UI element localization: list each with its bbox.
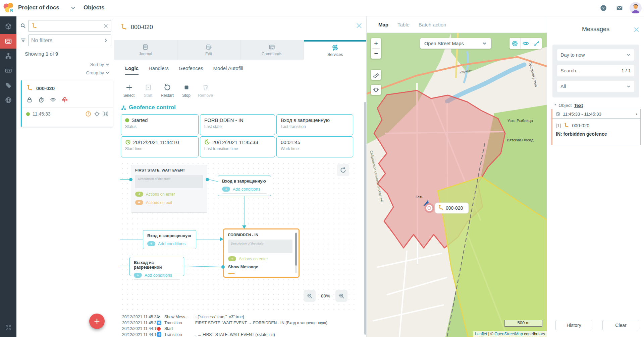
map-layer-select[interactable]: Open Street Maps — [420, 38, 491, 49]
add-action-exit-icon[interactable]: + — [135, 200, 143, 205]
close-icon[interactable] — [633, 26, 640, 33]
help-icon[interactable] — [600, 4, 607, 12]
trash-icon — [202, 84, 209, 91]
add-condition-icon[interactable]: + — [147, 241, 155, 246]
panel-scrollbar-thumb[interactable] — [364, 102, 366, 335]
chevron-right-icon[interactable] — [103, 38, 108, 43]
locate-icon[interactable] — [94, 111, 100, 117]
clear-button[interactable]: Clear — [602, 320, 639, 330]
add-condition-icon[interactable]: + — [222, 187, 230, 192]
state-first[interactable]: FIRST STATE. WAIT EVENT Description of t… — [131, 165, 207, 213]
add-condition-icon[interactable]: + — [134, 273, 142, 278]
app-logo[interactable] — [3, 2, 15, 14]
start-button[interactable]: Start — [139, 84, 158, 98]
period-select[interactable]: Day to now — [557, 49, 634, 61]
panel-title: 000-020 — [131, 24, 153, 31]
transition-icon — [157, 332, 161, 337]
state-description-placeholder[interactable]: Description of the state — [228, 240, 292, 253]
tab-services[interactable]: Services — [304, 40, 367, 60]
check-icon: ✔ — [157, 315, 161, 320]
subtab-model-autofill[interactable]: Model Autofill — [213, 65, 243, 75]
reset-view-button[interactable] — [337, 164, 349, 176]
select-button[interactable]: Select — [119, 84, 139, 98]
user-avatar[interactable] — [630, 2, 642, 14]
tab-table[interactable]: Table — [397, 22, 410, 27]
filters-placeholder: No filters — [31, 38, 52, 44]
scooter-icon — [120, 23, 128, 31]
diagram-zoom-in-button[interactable] — [335, 290, 347, 302]
state-description-placeholder[interactable]: Description of the state — [135, 175, 203, 188]
message-time-header[interactable]: 11:45:33 - 11:45:33 › — [552, 109, 640, 119]
locate-button[interactable] — [371, 85, 381, 95]
messages-search-input[interactable] — [560, 68, 614, 73]
tab-batch-action[interactable]: Batch action — [419, 22, 446, 27]
transition-bottom[interactable]: Выход из разрешенной +Add conditions — [129, 257, 184, 276]
add-object-button[interactable]: + — [89, 314, 105, 329]
map-canvas[interactable]: «Крым» Городская улица Усть-Рыбница Вятс… — [367, 33, 547, 337]
state-forbidden[interactable]: FORBIDDEN - IN Description of the state … — [223, 228, 300, 278]
remove-button[interactable]: Remove — [196, 84, 215, 98]
subtab-handlers[interactable]: Handlers — [149, 65, 169, 75]
status-card: 20/12/2021 11:45:33 Last transition time — [200, 136, 275, 157]
column-object[interactable]: Object — [558, 103, 572, 108]
project-selector[interactable]: Project of docs — [18, 4, 59, 11]
transition-top[interactable]: Вход в запрещенную +Add conditions — [218, 176, 271, 196]
add-action-enter-icon[interactable]: + — [228, 256, 236, 261]
log-row[interactable]: 20/12/2021 11:45:33 Transition FIRST STA… — [114, 320, 362, 326]
globe-icon — [5, 96, 12, 104]
map-zoom-out-button[interactable]: − — [371, 49, 381, 59]
column-text[interactable]: Text — [574, 103, 583, 108]
log-row[interactable]: 20/12/2021 11:44:10 Transition . → FIRST… — [114, 332, 362, 337]
transition-mid[interactable]: Вход в запрещенную +Add conditions — [143, 230, 196, 249]
tab-commands[interactable]: Commands — [240, 40, 304, 60]
message-item[interactable]: 11:45:33 - 11:45:33 › [1] 000-020 IN: fo… — [551, 109, 641, 145]
transition-icon — [157, 321, 161, 325]
route-button[interactable] — [531, 38, 542, 49]
search-input[interactable] — [28, 20, 111, 32]
map-tabs: Map Table Batch action — [367, 16, 547, 33]
rail-item-globe[interactable] — [0, 93, 16, 108]
rail-item-expand[interactable] — [0, 320, 16, 335]
measure-button[interactable] — [371, 70, 381, 80]
rail-item-tags[interactable] — [0, 78, 16, 93]
collapse-icon[interactable] — [103, 111, 109, 117]
satellite-icon — [61, 96, 68, 103]
rail-item-objects[interactable] — [0, 34, 16, 49]
rail-item-code[interactable] — [0, 63, 16, 78]
subtab-logic[interactable]: Logic — [125, 65, 139, 75]
inner-scrollbar-thumb[interactable] — [295, 233, 297, 266]
state-machine-canvas[interactable]: FIRST STATE. WAIT EVENT Description of t… — [120, 161, 357, 312]
type-filter-select[interactable]: All — [557, 81, 634, 92]
subtab-geofences[interactable]: Geofences — [179, 65, 203, 75]
marker-label[interactable]: 000-020 — [435, 203, 469, 213]
diagram-zoom-out-button[interactable] — [304, 290, 316, 302]
visibility-button[interactable] — [520, 38, 531, 49]
log-row[interactable]: 20/12/2021 11:45:33 ✔ Show Mess... : {"s… — [114, 314, 362, 320]
warning-icon[interactable] — [85, 111, 91, 117]
tab-journal[interactable]: Journal — [114, 40, 177, 60]
add-action-enter-icon[interactable]: + — [135, 192, 143, 197]
menu-objects[interactable]: Objects — [84, 4, 104, 11]
close-icon[interactable] — [356, 22, 363, 29]
tab-edit[interactable]: Edit — [177, 40, 241, 60]
terminal-icon — [269, 44, 275, 50]
messages-search[interactable]: 1 / 1 — [557, 65, 634, 76]
group-by-control[interactable]: Group by — [86, 70, 110, 75]
object-list-item[interactable]: 000-020 11:45:33 — [21, 80, 113, 127]
history-button[interactable]: History — [555, 320, 592, 330]
action-item[interactable]: Show Message — [228, 265, 292, 269]
mail-icon[interactable] — [616, 4, 623, 12]
rail-item-box3d[interactable] — [0, 19, 16, 34]
rail-item-sitemap[interactable] — [0, 49, 16, 63]
restart-button[interactable]: Restart — [158, 84, 177, 98]
filters-input[interactable]: No filters — [28, 35, 111, 46]
log-row[interactable]: 20/12/2021 11:44:10 Start — [114, 326, 362, 332]
clear-search-icon[interactable] — [103, 23, 108, 28]
chevron-down-icon[interactable] — [70, 5, 76, 11]
chevron-right-icon[interactable]: › — [636, 112, 638, 117]
stop-button[interactable]: Stop — [177, 84, 196, 98]
follow-button[interactable] — [509, 38, 520, 49]
map-zoom-in-button[interactable]: + — [371, 38, 381, 48]
sort-by-control[interactable]: Sort by — [90, 62, 110, 67]
tab-map[interactable]: Map — [378, 22, 388, 27]
